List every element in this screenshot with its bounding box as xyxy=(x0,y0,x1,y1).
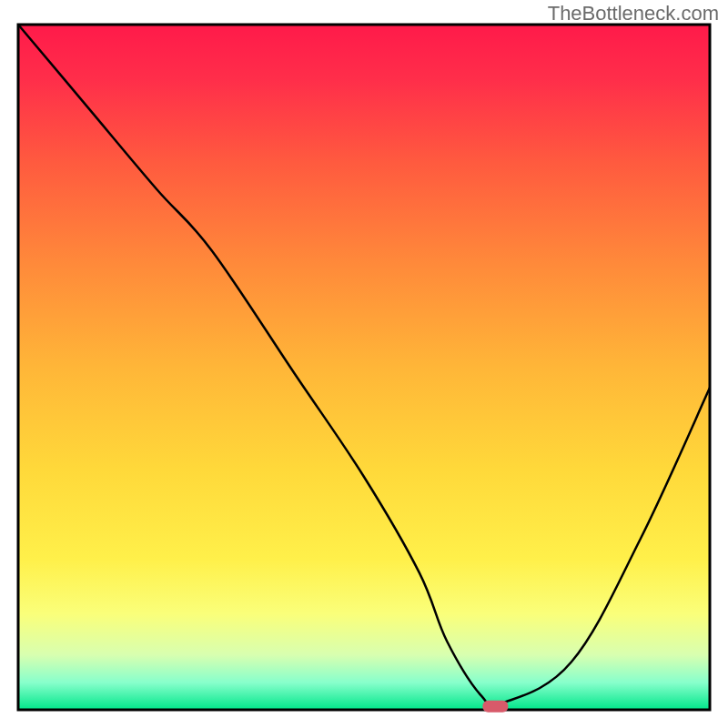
chart-container: TheBottleneck.com xyxy=(0,0,728,728)
optimal-marker xyxy=(482,701,508,713)
watermark-text: TheBottleneck.com xyxy=(548,2,719,25)
bottleneck-chart xyxy=(0,0,728,728)
